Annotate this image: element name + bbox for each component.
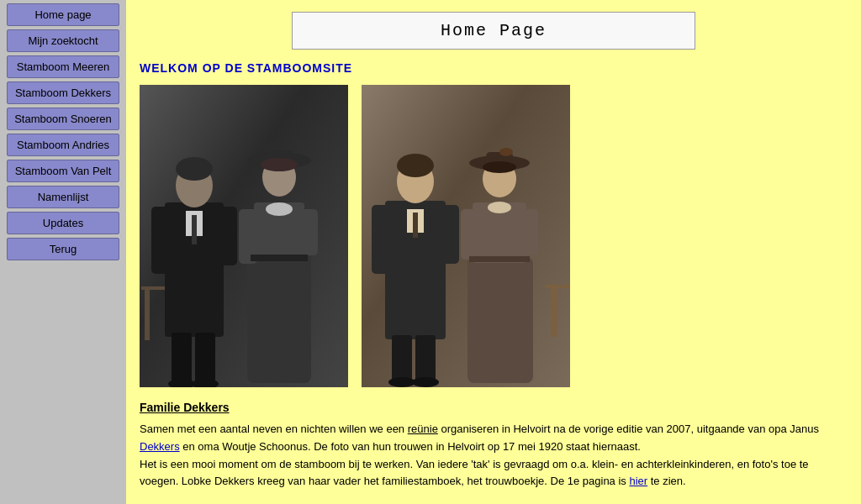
svg-rect-8 [220, 207, 237, 265]
svg-rect-46 [523, 209, 538, 255]
svg-rect-30 [413, 213, 418, 238]
main-content: Home Page Welkom op de Stamboomsite [126, 0, 861, 504]
hier-link[interactable]: hier [629, 475, 647, 487]
nav-home-page[interactable]: Home page [7, 3, 119, 26]
svg-rect-37 [467, 257, 533, 383]
photo-left [140, 85, 348, 387]
nav-updates[interactable]: Updates [7, 212, 119, 234]
svg-rect-34 [415, 335, 436, 384]
welcome-heading: Welkom op de Stamboomsite [140, 61, 848, 75]
nav-stamboom-van-pelt[interactable]: Stamboom Van Pelt [7, 160, 119, 182]
nav-namenlijst[interactable]: Namenlijst [7, 186, 119, 208]
svg-rect-32 [442, 205, 459, 264]
photos-row [140, 85, 848, 387]
family-text-part3: en oma Woutje Schoonus. De foto van hun … [180, 440, 641, 453]
svg-rect-9 [172, 333, 192, 383]
nav-mijn-zoektocht[interactable]: Mijn zoektocht [7, 29, 119, 52]
nav-stamboom-meeren[interactable]: Stamboom Meeren [7, 55, 119, 78]
page-title-box: Home Page [292, 12, 695, 50]
svg-point-28 [397, 154, 434, 177]
svg-rect-7 [151, 207, 170, 274]
family-text: Samen met een aantal neven en nichten wi… [140, 421, 848, 491]
svg-rect-48 [545, 285, 570, 288]
svg-rect-23 [141, 286, 165, 290]
svg-point-42 [499, 148, 513, 156]
svg-point-18 [261, 158, 298, 171]
sidebar: Home page Mijn zoektocht Stamboom Meeren… [0, 0, 126, 504]
reunion-word: reünie [408, 423, 438, 435]
nav-stamboom-andries[interactable]: Stamboom Andries [7, 134, 119, 156]
family-text-part1: Samen met een aantal neven en nichten wi… [140, 423, 408, 435]
dekkers-link[interactable]: Dekkers [140, 440, 180, 453]
svg-point-4 [176, 157, 213, 181]
nav-terug[interactable]: Terug [7, 238, 119, 260]
nav-stamboom-snoeren[interactable]: Stamboom Snoeren [7, 108, 119, 130]
photo-right [362, 85, 570, 387]
svg-rect-21 [301, 209, 318, 255]
svg-point-35 [388, 377, 415, 387]
svg-point-19 [266, 202, 293, 216]
family-text-part2: organiseren in Helvoirt na de vorige edi… [438, 423, 819, 435]
svg-rect-10 [195, 333, 215, 383]
svg-rect-47 [469, 256, 530, 262]
family-title: Familie Dekkers [140, 401, 848, 414]
svg-point-36 [412, 377, 439, 387]
page-title: Home Page [441, 21, 547, 40]
svg-rect-22 [251, 255, 308, 261]
svg-rect-31 [372, 205, 390, 274]
svg-rect-24 [145, 290, 150, 340]
family-text-part5: te zien. [647, 475, 686, 487]
svg-rect-13 [247, 253, 311, 383]
svg-rect-6 [192, 215, 197, 244]
family-section: Familie Dekkers Samen met een aantal nev… [140, 401, 848, 491]
nav-stamboom-dekkers[interactable]: Stamboom Dekkers [7, 81, 119, 104]
svg-point-44 [488, 202, 511, 213]
svg-point-43 [483, 161, 516, 173]
family-text-part4: Het is een mooi moment om de stamboom bi… [140, 458, 809, 488]
svg-rect-33 [392, 335, 412, 384]
svg-rect-45 [461, 209, 476, 260]
svg-rect-49 [551, 288, 557, 337]
